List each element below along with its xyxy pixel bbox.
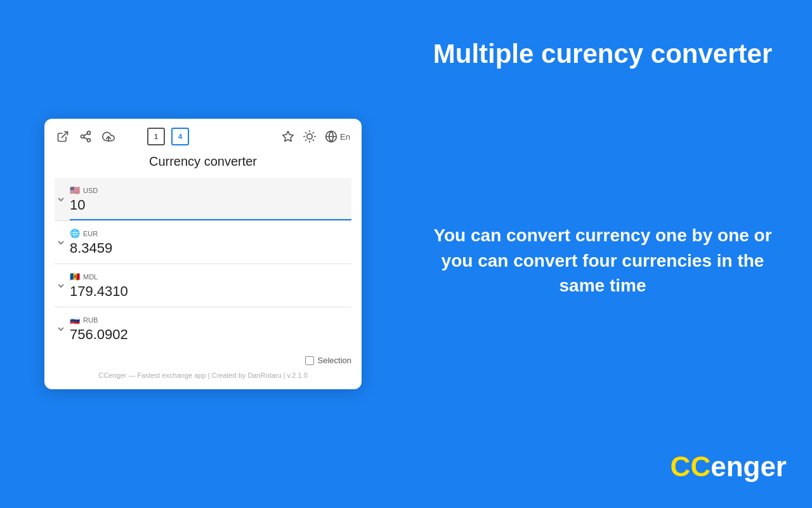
badge2-icon[interactable]: 4 <box>171 128 189 145</box>
svg-point-8 <box>307 134 312 139</box>
lang-label: En <box>340 132 350 142</box>
checkbox-box <box>305 356 314 365</box>
cloud-icon[interactable] <box>102 130 115 144</box>
mdl-code: MDL <box>83 273 98 281</box>
eur-code: EUR <box>83 230 98 237</box>
star-icon[interactable] <box>281 130 295 144</box>
rub-label: 🇷🇺 RUB <box>70 315 346 325</box>
brand-rest: enger <box>710 451 787 482</box>
language-button[interactable]: En <box>324 130 350 144</box>
mdl-label: 🇲🇩 MDL <box>70 272 346 282</box>
chevron-usd[interactable] <box>55 178 70 220</box>
toolbar-right: En <box>281 130 350 144</box>
svg-line-12 <box>313 140 313 140</box>
rub-input[interactable] <box>70 326 346 343</box>
currency-row-usd: 🇺🇸 USD <box>55 178 351 221</box>
share-icon[interactable] <box>79 130 93 144</box>
app-title: Currency converter <box>44 152 362 178</box>
app-card: 1 4 <box>44 119 362 389</box>
svg-line-16 <box>313 133 313 133</box>
brand-name: CCenger <box>419 451 787 483</box>
usd-flag: 🇺🇸 <box>70 185 80 196</box>
brightness-icon[interactable] <box>303 130 317 144</box>
rub-input-col: 🇷🇺 RUB <box>70 307 351 351</box>
globe-icon <box>324 130 338 144</box>
selection-checkbox[interactable]: Selection <box>305 356 351 365</box>
brand-cc: CC <box>671 451 711 482</box>
external-link-icon[interactable] <box>56 130 70 144</box>
footer-row: Selection <box>44 351 362 368</box>
currency-list: 🇺🇸 USD 🌐 EUR <box>44 178 362 351</box>
svg-line-0 <box>62 132 67 138</box>
mdl-input-col: 🇲🇩 MDL <box>70 264 351 307</box>
svg-line-11 <box>306 133 306 133</box>
currency-row-rub: 🇷🇺 RUB <box>55 307 351 351</box>
badge1-icon[interactable]: 1 <box>147 128 165 145</box>
eur-input-col: 🌐 EUR <box>70 221 351 264</box>
rub-code: RUB <box>83 316 98 324</box>
toolbar-left <box>56 130 115 144</box>
rub-flag: 🇷🇺 <box>70 315 80 325</box>
currency-row-eur: 🌐 EUR <box>55 221 351 264</box>
chevron-rub[interactable] <box>55 307 70 351</box>
toolbar: 1 4 <box>44 119 362 152</box>
chevron-eur[interactable] <box>55 221 70 264</box>
headline: Multiple curency converter <box>433 38 773 70</box>
eur-flag: 🌐 <box>70 229 80 239</box>
chevron-mdl[interactable] <box>55 264 70 307</box>
mdl-flag: 🇲🇩 <box>70 272 80 282</box>
svg-line-5 <box>84 133 88 135</box>
left-panel: 1 4 <box>0 0 406 508</box>
mdl-input[interactable] <box>70 283 346 300</box>
usd-input-col: 🇺🇸 USD <box>70 178 351 220</box>
svg-marker-7 <box>283 131 294 142</box>
app-footer: CCenger — Fastest exchange app | Created… <box>44 368 362 379</box>
eur-input[interactable] <box>70 240 346 257</box>
usd-label: 🇺🇸 USD <box>70 185 346 196</box>
selection-label: Selection <box>318 356 351 365</box>
subheadline: You can convert currency one by one or y… <box>419 223 787 298</box>
usd-code: USD <box>83 187 98 194</box>
currency-row-mdl: 🇲🇩 MDL <box>55 264 351 307</box>
toolbar-center: 1 4 <box>147 128 189 145</box>
eur-label: 🌐 EUR <box>70 229 346 239</box>
right-panel: Multiple curency converter You can conve… <box>406 0 812 508</box>
svg-line-4 <box>84 137 88 139</box>
svg-line-15 <box>306 140 306 140</box>
usd-input[interactable] <box>70 197 346 213</box>
